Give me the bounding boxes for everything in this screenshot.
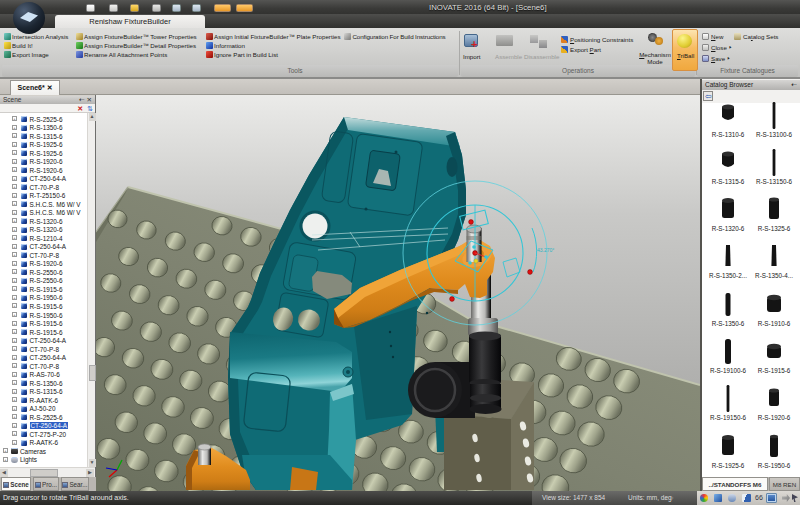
- svg-text:43.270°: 43.270°: [537, 247, 554, 253]
